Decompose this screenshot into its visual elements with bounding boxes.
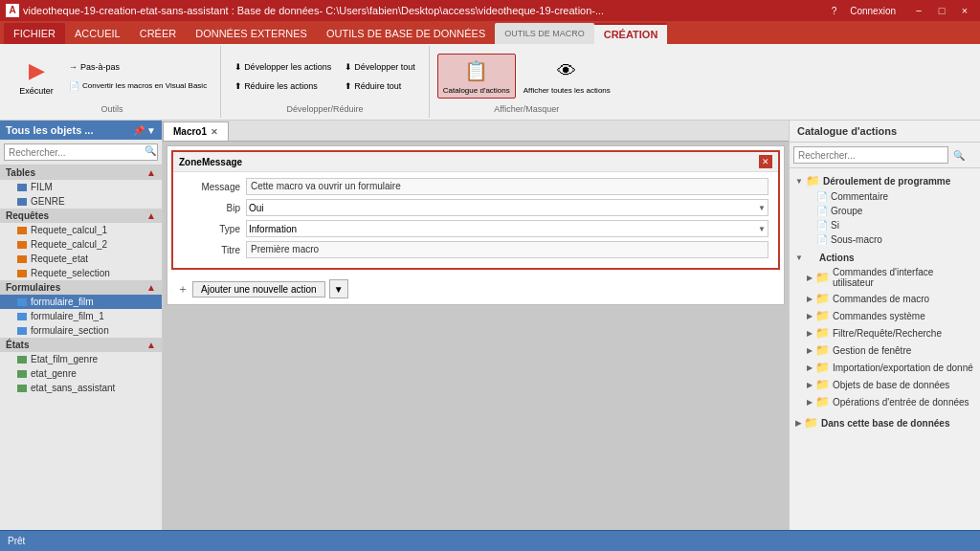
nav-item-formulaire-section[interactable]: formulaire_section [0,323,162,338]
nav-item-formulaire-film[interactable]: formulaire_film [0,295,162,309]
tree-item-sous-macro[interactable]: 📄 Sous-macro [793,232,976,247]
tree-item-commandes-systeme[interactable]: ▶ 📁 Commandes système [793,307,976,324]
folder-icon4: 📁 [815,326,830,340]
nav-section-tables[interactable]: Tables ▲ [0,165,162,180]
zone-message-header: ZoneMessage ✕ [173,152,778,172]
tree-item-operations[interactable]: ▶ 📁 Opérations d'entrée de données [793,393,976,410]
add-action-dropdown[interactable]: ▼ [329,279,348,298]
formulaire-section-label: formulaire_section [31,325,109,336]
dev-tout-icon: ⬇ [345,62,352,72]
chevron-right-icon6: ▶ [807,364,813,372]
watermark: Actualitix.com [626,486,769,511]
zone-message-close-button[interactable]: ✕ [759,155,772,168]
tree-item-si[interactable]: 📄 Si [793,218,976,232]
tab-macro1[interactable]: Macro1 ✕ [163,121,229,141]
add-icon: ＋ [177,281,189,298]
tab-bar: Macro1 ✕ [163,121,789,142]
developper-tout-button[interactable]: ⬇ Développer tout [339,58,421,76]
objets-bdd-label: Objets de base de données [833,380,949,390]
field-value-message[interactable]: Cette macro va ouvrir un formulaire [246,178,768,195]
nav-item-requete-selection[interactable]: Requete_selection [0,266,162,280]
tree-item-groupe[interactable]: 📄 Groupe [793,204,976,218]
field-select-bip[interactable]: Oui ▼ [246,199,768,216]
convertir-button[interactable]: 📄 Convertir les macros en Visual Basic [63,77,212,95]
nav-item-etat-genre[interactable]: etat_genre [0,366,162,381]
report-icon [17,370,27,378]
nav-menu-icon[interactable]: ▼ [146,125,156,136]
tab-fichier[interactable]: FICHIER [4,23,65,44]
nav-item-etat-sans-assistant[interactable]: etat_sans_assistant [0,381,162,395]
tab-macro1-label: Macro1 [173,126,207,137]
nav-item-film[interactable]: FILM [0,180,162,194]
nav-item-etat-film-genre[interactable]: Etat_film_genre [0,352,162,366]
add-action-label: Ajouter une nouvelle action [201,284,317,295]
nav-section-requetes[interactable]: Requêtes ▲ [0,209,162,223]
nav-pin-icon[interactable]: 📌 [133,125,145,136]
pas-a-pas-button[interactable]: → Pas-à-pas [63,58,212,76]
chevron-right-icon4: ▶ [807,329,813,338]
tree-item-importation[interactable]: ▶ 📁 Importation/exportation de donné [793,359,976,376]
tree-item-commandes-macro[interactable]: ▶ 📁 Commandes de macro [793,290,976,307]
tree-item-gestion-fenetre[interactable]: ▶ 📁 Gestion de fenêtre [793,342,976,359]
afficher-toutes-button[interactable]: 👁 Afficher toutes les actions [518,54,616,99]
tables-collapse-icon: ▲ [146,167,156,178]
actions-label: Actions [819,253,855,263]
nav-item-requete-etat[interactable]: Requete_etat [0,252,162,266]
formulaire-film-1-label: formulaire_film_1 [31,311,104,321]
developper-actions-button[interactable]: ⬇ Développer les actions [229,58,337,76]
add-action-bar: ＋ Ajouter une nouvelle action ▼ [167,274,784,304]
tab-outils-macro[interactable]: OUTILS DE MACRO [495,23,594,44]
catalogue-icon: 📋 [463,57,490,84]
catalogue-actions-button[interactable]: 📋 Catalogue d'actions [437,54,516,99]
field-select-type[interactable]: Information ▼ [246,220,768,237]
search-icon: 🔍 [145,145,156,156]
field-label-message: Message [183,182,240,192]
nav-section-formulaires[interactable]: Formulaires ▲ [0,280,162,295]
chevron-right-icon2: ▶ [807,295,813,303]
tree-section-deroulement-header[interactable]: ▼ 📁 Déroulement de programme [793,172,976,189]
tab-donnees-externes[interactable]: DONNÉES EXTERNES [186,23,317,44]
form-icon [17,327,27,335]
formulaire-film-label: formulaire_film [31,297,94,307]
add-action-button[interactable]: Ajouter une nouvelle action [192,281,325,298]
executer-button[interactable]: ▶ Exécuter [11,54,61,99]
nav-search-input[interactable] [4,143,158,161]
nav-header: Tous les objets ... 📌 ▼ [0,121,162,140]
nav-item-requete-calcul-2[interactable]: Requete_calcul_2 [0,237,162,252]
tab-creer[interactable]: CRÉER [130,23,187,44]
tab-macro1-close[interactable]: ✕ [211,127,218,137]
minimize-button[interactable]: − [909,3,928,18]
groupe-icon: 📄 [816,206,828,216]
help-button[interactable]: ? [832,6,837,16]
tree-item-filtre[interactable]: ▶ 📁 Filtre/Requête/Recherche [793,324,976,342]
catalog-search-input[interactable] [793,146,948,164]
nav-item-formulaire-film-1[interactable]: formulaire_film_1 [0,309,162,323]
requetes-collapse-icon: ▲ [146,210,156,221]
tree-section-actions-header[interactable]: ▼ Actions [793,251,976,265]
status-bar: Prêt [0,530,980,551]
nav-item-genre[interactable]: GENRE [0,194,162,209]
report-icon [17,385,27,392]
filtre-label: Filtre/Requête/Recherche [833,328,942,339]
close-button[interactable]: × [955,3,974,18]
field-value-titre[interactable]: Première macro [246,241,768,258]
reduire-tout-button[interactable]: ⬆ Réduire tout [339,77,421,95]
maximize-button[interactable]: □ [932,3,951,18]
tree-item-commandes-interface[interactable]: ▶ 📁 Commandes d'interface utilisateur [793,265,976,290]
afficher-toutes-label: Afficher toutes les actions [523,86,611,95]
tab-outils-bdd[interactable]: OUTILS DE BASE DE DONNÉES [317,23,495,44]
tab-creation[interactable]: CRÉATION [594,23,668,44]
tree-section-deroulement: ▼ 📁 Déroulement de programme 📄 Commentai… [793,172,976,247]
etats-label: États [6,340,29,350]
tree-item-commentaire[interactable]: 📄 Commentaire [793,189,976,204]
step-icon: → [69,62,78,72]
nav-section-etats[interactable]: États ▲ [0,338,162,352]
nav-item-requete-calcul-1[interactable]: Requete_calcul_1 [0,223,162,237]
connect-button[interactable]: Connexion [850,6,896,16]
bdd-collapse-icon: ▶ [795,419,801,428]
tree-section-bdd-header[interactable]: ▶ 📁 Dans cette base de données [793,414,976,431]
tab-accueil[interactable]: ACCUEIL [65,23,130,44]
tree-item-objets-bdd[interactable]: ▶ 📁 Objets de base de données [793,376,976,393]
reduire-actions-button[interactable]: ⬆ Réduire les actions [229,77,337,95]
type-value: Information [249,224,297,234]
